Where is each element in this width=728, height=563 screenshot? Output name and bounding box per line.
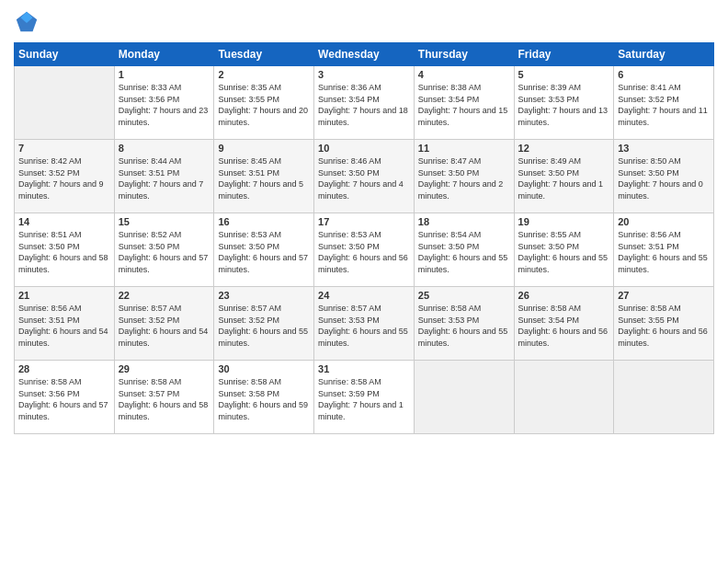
day-info: Sunrise: 8:55 AMSunset: 3:50 PMDaylight:… [518, 229, 610, 275]
calendar-cell: 3Sunrise: 8:36 AMSunset: 3:54 PMDaylight… [314, 66, 415, 140]
day-info: Sunrise: 8:57 AMSunset: 3:52 PMDaylight:… [119, 303, 210, 349]
day-info: Sunrise: 8:41 AMSunset: 3:52 PMDaylight:… [618, 82, 710, 128]
day-number: 28 [18, 363, 110, 374]
day-number: 3 [318, 69, 410, 80]
day-info: Sunrise: 8:42 AMSunset: 3:52 PMDaylight:… [18, 155, 110, 201]
day-info: Sunrise: 8:57 AMSunset: 3:53 PMDaylight:… [318, 303, 410, 349]
day-number: 2 [218, 69, 310, 80]
day-info: Sunrise: 8:58 AMSunset: 3:59 PMDaylight:… [318, 376, 410, 422]
calendar-cell: 9Sunrise: 8:45 AMSunset: 3:51 PMDaylight… [214, 140, 314, 213]
calendar-page: SundayMondayTuesdayWednesdayThursdayFrid… [0, 0, 728, 563]
weekday-header-saturday: Saturday [614, 43, 714, 66]
week-row-5: 28Sunrise: 8:58 AMSunset: 3:56 PMDayligh… [15, 361, 714, 434]
logo [14, 9, 43, 35]
day-info: Sunrise: 8:35 AMSunset: 3:55 PMDaylight:… [218, 82, 310, 128]
calendar-cell: 27Sunrise: 8:58 AMSunset: 3:55 PMDayligh… [614, 287, 714, 361]
weekday-header-row: SundayMondayTuesdayWednesdayThursdayFrid… [15, 43, 714, 66]
calendar-cell: 30Sunrise: 8:58 AMSunset: 3:58 PMDayligh… [214, 361, 314, 434]
calendar-cell: 18Sunrise: 8:54 AMSunset: 3:50 PMDayligh… [414, 213, 514, 287]
calendar-cell: 14Sunrise: 8:51 AMSunset: 3:50 PMDayligh… [15, 213, 115, 287]
day-number: 22 [119, 290, 210, 301]
calendar-cell [414, 361, 514, 434]
weekday-header-wednesday: Wednesday [314, 43, 415, 66]
day-number: 1 [119, 69, 210, 80]
calendar-cell: 11Sunrise: 8:47 AMSunset: 3:50 PMDayligh… [414, 140, 514, 213]
calendar-cell: 7Sunrise: 8:42 AMSunset: 3:52 PMDaylight… [15, 140, 115, 213]
day-number: 26 [518, 290, 610, 301]
weekday-header-sunday: Sunday [15, 43, 115, 66]
day-number: 19 [518, 216, 610, 227]
day-info: Sunrise: 8:57 AMSunset: 3:52 PMDaylight:… [218, 303, 310, 349]
calendar-cell: 19Sunrise: 8:55 AMSunset: 3:50 PMDayligh… [514, 213, 614, 287]
calendar-cell [514, 361, 614, 434]
calendar-cell: 20Sunrise: 8:56 AMSunset: 3:51 PMDayligh… [614, 213, 714, 287]
day-number: 23 [218, 290, 310, 301]
day-info: Sunrise: 8:50 AMSunset: 3:50 PMDaylight:… [618, 155, 710, 201]
weekday-header-friday: Friday [514, 43, 614, 66]
calendar-cell: 17Sunrise: 8:53 AMSunset: 3:50 PMDayligh… [314, 213, 415, 287]
day-info: Sunrise: 8:53 AMSunset: 3:50 PMDaylight:… [218, 229, 310, 275]
day-info: Sunrise: 8:52 AMSunset: 3:50 PMDaylight:… [119, 229, 210, 275]
calendar-cell: 26Sunrise: 8:58 AMSunset: 3:54 PMDayligh… [514, 287, 614, 361]
calendar-cell: 21Sunrise: 8:56 AMSunset: 3:51 PMDayligh… [15, 287, 115, 361]
calendar-cell: 22Sunrise: 8:57 AMSunset: 3:52 PMDayligh… [114, 287, 214, 361]
day-number: 24 [318, 290, 410, 301]
day-info: Sunrise: 8:44 AMSunset: 3:51 PMDaylight:… [119, 155, 210, 201]
weekday-header-monday: Monday [114, 43, 214, 66]
day-info: Sunrise: 8:49 AMSunset: 3:50 PMDaylight:… [518, 155, 610, 201]
week-row-1: 1Sunrise: 8:33 AMSunset: 3:56 PMDaylight… [15, 66, 714, 140]
day-info: Sunrise: 8:38 AMSunset: 3:54 PMDaylight:… [418, 82, 510, 128]
calendar-cell: 31Sunrise: 8:58 AMSunset: 3:59 PMDayligh… [314, 361, 415, 434]
day-number: 7 [18, 143, 110, 154]
calendar-cell: 6Sunrise: 8:41 AMSunset: 3:52 PMDaylight… [614, 66, 714, 140]
day-info: Sunrise: 8:36 AMSunset: 3:54 PMDaylight:… [318, 82, 410, 128]
calendar-cell: 8Sunrise: 8:44 AMSunset: 3:51 PMDaylight… [114, 140, 214, 213]
day-info: Sunrise: 8:58 AMSunset: 3:54 PMDaylight:… [518, 303, 610, 349]
day-number: 5 [518, 69, 610, 80]
calendar-cell [15, 66, 115, 140]
day-info: Sunrise: 8:58 AMSunset: 3:53 PMDaylight:… [418, 303, 510, 349]
day-number: 21 [18, 290, 110, 301]
day-info: Sunrise: 8:58 AMSunset: 3:55 PMDaylight:… [618, 303, 710, 349]
day-number: 30 [218, 363, 310, 374]
day-number: 16 [218, 216, 310, 227]
day-info: Sunrise: 8:51 AMSunset: 3:50 PMDaylight:… [18, 229, 110, 275]
calendar-cell: 13Sunrise: 8:50 AMSunset: 3:50 PMDayligh… [614, 140, 714, 213]
day-number: 29 [119, 363, 210, 374]
day-number: 9 [218, 143, 310, 154]
logo-icon [14, 9, 40, 35]
day-number: 20 [618, 216, 710, 227]
calendar-cell: 28Sunrise: 8:58 AMSunset: 3:56 PMDayligh… [15, 361, 115, 434]
day-number: 13 [618, 143, 710, 154]
day-number: 17 [318, 216, 410, 227]
week-row-2: 7Sunrise: 8:42 AMSunset: 3:52 PMDaylight… [15, 140, 714, 213]
day-number: 11 [418, 143, 510, 154]
day-number: 8 [119, 143, 210, 154]
day-number: 25 [418, 290, 510, 301]
calendar-cell: 24Sunrise: 8:57 AMSunset: 3:53 PMDayligh… [314, 287, 415, 361]
calendar-cell: 25Sunrise: 8:58 AMSunset: 3:53 PMDayligh… [414, 287, 514, 361]
day-number: 14 [18, 216, 110, 227]
calendar-cell: 29Sunrise: 8:58 AMSunset: 3:57 PMDayligh… [114, 361, 214, 434]
calendar-cell: 23Sunrise: 8:57 AMSunset: 3:52 PMDayligh… [214, 287, 314, 361]
day-number: 6 [618, 69, 710, 80]
day-info: Sunrise: 8:45 AMSunset: 3:51 PMDaylight:… [218, 155, 310, 201]
calendar-cell: 15Sunrise: 8:52 AMSunset: 3:50 PMDayligh… [114, 213, 214, 287]
weekday-header-tuesday: Tuesday [214, 43, 314, 66]
calendar-cell: 5Sunrise: 8:39 AMSunset: 3:53 PMDaylight… [514, 66, 614, 140]
day-info: Sunrise: 8:33 AMSunset: 3:56 PMDaylight:… [119, 82, 210, 128]
day-info: Sunrise: 8:39 AMSunset: 3:53 PMDaylight:… [518, 82, 610, 128]
day-info: Sunrise: 8:54 AMSunset: 3:50 PMDaylight:… [418, 229, 510, 275]
day-number: 18 [418, 216, 510, 227]
day-number: 12 [518, 143, 610, 154]
calendar-cell: 16Sunrise: 8:53 AMSunset: 3:50 PMDayligh… [214, 213, 314, 287]
calendar-cell: 12Sunrise: 8:49 AMSunset: 3:50 PMDayligh… [514, 140, 614, 213]
calendar-cell: 1Sunrise: 8:33 AMSunset: 3:56 PMDaylight… [114, 66, 214, 140]
day-number: 27 [618, 290, 710, 301]
day-info: Sunrise: 8:58 AMSunset: 3:57 PMDaylight:… [119, 376, 210, 422]
day-info: Sunrise: 8:58 AMSunset: 3:58 PMDaylight:… [218, 376, 310, 422]
day-number: 10 [318, 143, 410, 154]
day-number: 31 [318, 363, 410, 374]
day-info: Sunrise: 8:56 AMSunset: 3:51 PMDaylight:… [618, 229, 710, 275]
week-row-3: 14Sunrise: 8:51 AMSunset: 3:50 PMDayligh… [15, 213, 714, 287]
